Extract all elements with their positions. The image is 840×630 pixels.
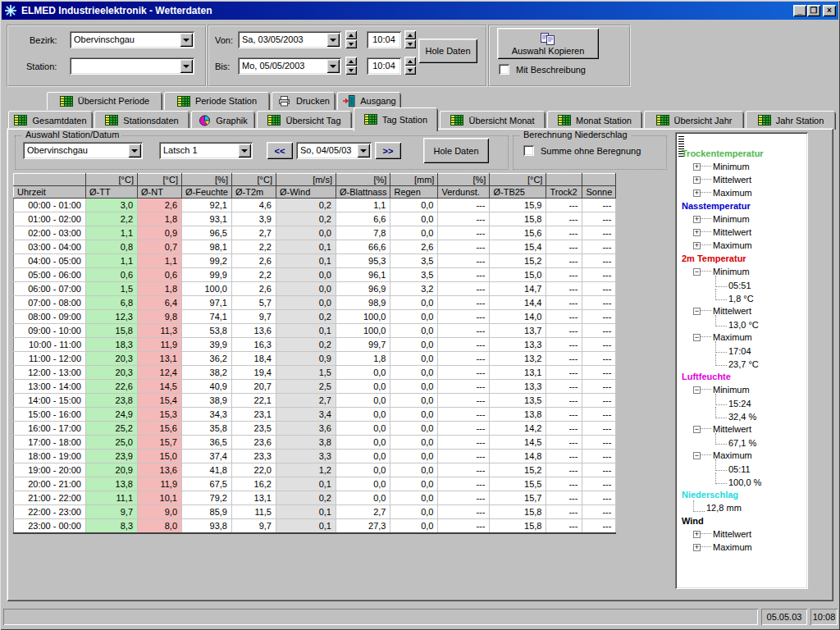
table-cell[interactable]: --- [546,463,582,477]
table-cell[interactable]: --- [582,226,616,240]
tree-expand-toggle[interactable]: + [693,242,701,249]
tree-child-label[interactable]: 15:24 [728,399,751,409]
table-cell[interactable]: 2,6 [390,240,438,254]
table-cell[interactable]: 23,6 [231,436,276,450]
tree-child-item[interactable]: 15:24 [680,396,805,409]
table-cell[interactable]: 37,4 [182,450,232,463]
tree-item-label[interactable]: Minimum [713,162,750,171]
table-cell[interactable]: --- [438,366,490,380]
bis-date-combobox[interactable]: Mo, 05/05/2003 [238,57,341,75]
table-cell[interactable]: --- [546,226,582,240]
tree-child-item[interactable]: 05:11 [680,462,805,475]
station-select-combobox[interactable]: Latsch 1 [159,142,253,159]
table-cell[interactable]: --- [582,352,616,366]
table-cell[interactable]: 100,0 [336,310,390,324]
table-cell[interactable]: 15,5 [490,477,546,491]
tree-item[interactable]: −Mittelwert [680,422,805,436]
next-day-button[interactable]: >> [375,142,401,159]
table-cell[interactable]: --- [438,450,490,463]
table-cell[interactable]: --- [582,408,616,422]
tree-child-item[interactable]: 67,1 % [680,436,805,449]
table-cell[interactable]: 95,3 [336,254,390,268]
table-cell[interactable]: 99,2 [182,254,232,268]
table-cell[interactable]: 0,0 [336,477,390,491]
table-cell[interactable]: 21:00 - 22:00 [14,491,86,505]
table-cell[interactable]: 38,2 [182,366,232,380]
previous-day-button[interactable]: << [267,142,293,159]
summe-ohne-beregnung-checkbox[interactable] [523,145,534,156]
tree-section-label[interactable]: Luftfeuchte [680,370,805,383]
table-cell[interactable]: 15,8 [490,519,546,534]
table-cell[interactable]: 20,7 [231,380,276,394]
von-time-spin-down-icon[interactable] [404,39,416,48]
tree-item[interactable]: −Maximum [680,331,805,344]
table-cell[interactable]: 11,9 [138,338,182,352]
table-cell[interactable]: 0,1 [276,477,336,491]
tab-gesamtdaten[interactable]: Gesamtdaten [8,111,93,130]
tree-expand-toggle[interactable]: + [693,216,701,223]
table-cell[interactable]: 16:00 - 17:00 [14,422,86,436]
table-cell[interactable]: 66,6 [336,240,390,254]
table-cell[interactable]: 15,2 [490,463,546,477]
table-cell[interactable]: 12,4 [138,366,182,380]
table-cell[interactable]: 2,7 [231,226,276,240]
table-cell[interactable]: --- [582,450,616,463]
table-cell[interactable]: 1,2 [276,463,336,477]
table-cell[interactable]: 15,3 [138,408,182,422]
tab-monat-station[interactable]: Monat Station [547,111,642,130]
table-cell[interactable]: --- [582,310,616,324]
table-cell[interactable]: --- [582,436,616,450]
bezirk-select-combobox[interactable]: Obervinschgau [23,142,143,159]
tab-jahr-station[interactable]: Jahr Station [746,111,836,130]
tree-child-label[interactable]: 100,0 % [728,477,761,487]
tree-section-label[interactable]: Niederschlag [680,488,805,501]
table-cell[interactable]: 15,9 [490,199,546,212]
table-cell[interactable]: 0,0 [390,352,438,366]
table-cell[interactable]: 0,0 [390,463,438,477]
table-cell[interactable]: 67,5 [182,477,232,491]
copy-selection-button[interactable]: Auswahl Kopieren [497,28,599,59]
table-cell[interactable]: 0,0 [390,422,438,436]
table-cell[interactable]: 2,2 [86,212,138,226]
table-cell[interactable]: 1,8 [138,282,182,296]
table-cell[interactable]: 79,2 [182,491,232,505]
table-cell[interactable]: 13,1 [490,366,546,380]
table-cell[interactable]: --- [438,212,490,226]
tree-child-label[interactable]: 67,1 % [728,438,756,448]
table-cell[interactable]: 22,6 [86,380,138,394]
table-cell[interactable]: 15,6 [490,226,546,240]
table-cell[interactable]: 06:00 - 07:00 [14,282,86,296]
table-cell[interactable]: 15,8 [86,324,138,338]
table-cell[interactable]: 2,6 [231,254,276,268]
table-cell[interactable]: --- [546,296,582,310]
table-cell[interactable]: 3,5 [390,268,438,282]
table-cell[interactable]: 0,0 [390,380,438,394]
table-cell[interactable]: 25,0 [86,436,138,450]
tree-item[interactable]: +Maximum [680,239,805,252]
table-cell[interactable]: --- [582,394,616,408]
von-date-spin-up-icon[interactable] [345,30,357,39]
table-cell[interactable]: 0,8 [86,240,138,254]
table-cell[interactable]: --- [546,338,582,352]
table-cell[interactable]: --- [582,324,616,338]
bezirk-dropdown-arrow-icon[interactable] [180,33,193,47]
table-cell[interactable]: --- [582,282,616,296]
statistics-tree-panel[interactable]: Trockentemperatur+Minimum+Mittelwert+Max… [675,132,808,589]
station-select-arrow-icon[interactable] [238,144,251,158]
table-cell[interactable]: --- [582,491,616,505]
tree-item-label[interactable]: Maximum [713,240,752,250]
table-cell[interactable]: 0,0 [390,310,438,324]
table-cell[interactable]: 15,8 [490,212,546,226]
table-cell[interactable]: --- [546,477,582,491]
table-cell[interactable]: 0,0 [276,296,336,310]
table-cell[interactable]: 99,9 [182,268,232,282]
table-cell[interactable]: 23,8 [86,394,138,408]
table-cell[interactable]: 41,8 [182,463,232,477]
table-cell[interactable]: --- [582,505,616,519]
table-cell[interactable]: 0,0 [336,408,390,422]
table-cell[interactable]: 85,9 [182,505,232,519]
tree-section-label[interactable]: Trockentemperatur [680,147,805,160]
table-cell[interactable]: 10,1 [138,491,182,505]
table-cell[interactable]: 6,6 [336,212,390,226]
table-cell[interactable]: --- [438,240,490,254]
